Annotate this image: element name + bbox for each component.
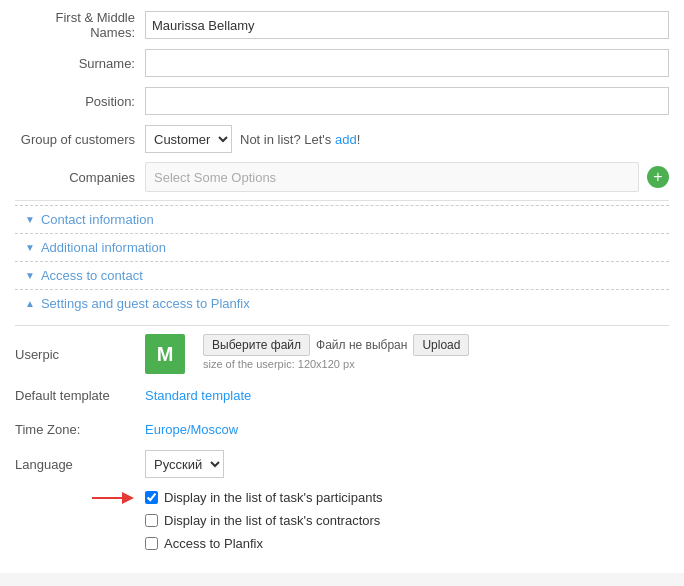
timezone-link[interactable]: Europe/Moscow [145,422,238,437]
add-company-button[interactable]: + [647,166,669,188]
first-name-input[interactable] [145,11,669,39]
surname-label: Surname: [15,56,145,71]
surname-control [145,49,669,77]
language-control: Русский English Deutsch [145,450,224,478]
language-label: Language [15,457,145,472]
userpic-control: M Выберите файл Файл не выбран Upload si… [145,334,469,374]
default-template-value: Standard template [145,388,251,403]
timezone-label: Time Zone: [15,422,145,437]
divider-1 [15,200,669,201]
surname-input[interactable] [145,49,669,77]
file-controls: Выберите файл Файл не выбран Upload [203,334,469,356]
surname-row: Surname: [15,48,669,78]
userpic-label: Userpic [15,347,145,362]
settings-header[interactable]: ▲ Settings and guest access to Planfix [25,296,669,311]
avatar: M [145,334,185,374]
form-container: First & Middle Names: Surname: Position:… [0,0,684,573]
planfix-label: Access to Planfix [164,536,263,551]
participants-row: Display in the list of task's participan… [145,490,669,505]
add-link[interactable]: add [335,132,357,147]
contact-section: ▼ Contact information [15,205,669,233]
first-name-label: First & Middle Names: [15,10,145,40]
contact-header[interactable]: ▼ Contact information [25,212,669,227]
position-row: Position: [15,86,669,116]
settings-label: Settings and guest access to Planfix [41,296,250,311]
first-name-row: First & Middle Names: [15,10,669,40]
checkbox-section: Display in the list of task's participan… [15,486,669,563]
settings-section: ▲ Settings and guest access to Planfix [15,289,669,317]
first-name-control [145,11,669,39]
file-area: Выберите файл Файл не выбран Upload size… [203,334,469,370]
group-label: Group of customers [15,132,145,147]
size-hint: size of the userpic: 120x120 px [203,358,469,370]
companies-row: Companies Select Some Options + [15,162,669,192]
companies-placeholder: Select Some Options [154,170,630,185]
settings-arrow-icon: ▲ [25,298,35,309]
default-template-label: Default template [15,388,145,403]
arrow-indicator [90,488,140,508]
participants-checkbox[interactable] [145,491,158,504]
access-section: ▼ Access to contact [15,261,669,289]
participants-label: Display in the list of task's participan… [164,490,383,505]
additional-arrow-icon: ▼ [25,242,35,253]
not-in-list-text: Not in list? Let's add! [240,132,360,147]
companies-select-box[interactable]: Select Some Options [145,162,639,192]
upload-button[interactable]: Upload [413,334,469,356]
position-label: Position: [15,94,145,109]
language-select[interactable]: Русский English Deutsch [145,450,224,478]
timezone-value: Europe/Moscow [145,422,238,437]
position-control [145,87,669,115]
planfix-checkbox[interactable] [145,537,158,550]
default-template-row: Default template Standard template [15,382,669,408]
contractors-checkbox[interactable] [145,514,158,527]
companies-control: Select Some Options + [145,162,669,192]
contractors-label: Display in the list of task's contractor… [164,513,380,528]
access-arrow-icon: ▼ [25,270,35,281]
timezone-row: Time Zone: Europe/Moscow [15,416,669,442]
access-header[interactable]: ▼ Access to contact [25,268,669,283]
userpic-row: Userpic M Выберите файл Файл не выбран U… [15,334,669,374]
additional-label: Additional information [41,240,166,255]
planfix-row: Access to Planfix [145,536,669,551]
additional-section: ▼ Additional information [15,233,669,261]
section-divider [15,325,669,326]
companies-label: Companies [15,170,145,185]
contractors-row: Display in the list of task's contractor… [145,513,669,528]
group-select[interactable]: Customer VIP Partner Other [145,125,232,153]
access-label: Access to contact [41,268,143,283]
group-control: Customer VIP Partner Other Not in list? … [145,125,669,153]
group-row: Group of customers Customer VIP Partner … [15,124,669,154]
contact-arrow-icon: ▼ [25,214,35,225]
default-template-link[interactable]: Standard template [145,388,251,403]
position-input[interactable] [145,87,669,115]
additional-header[interactable]: ▼ Additional information [25,240,669,255]
language-row: Language Русский English Deutsch [15,450,669,478]
choose-file-button[interactable]: Выберите файл [203,334,310,356]
arrow-icon [90,488,140,508]
contact-label: Contact information [41,212,154,227]
file-name-text: Файл не выбран [316,338,407,352]
